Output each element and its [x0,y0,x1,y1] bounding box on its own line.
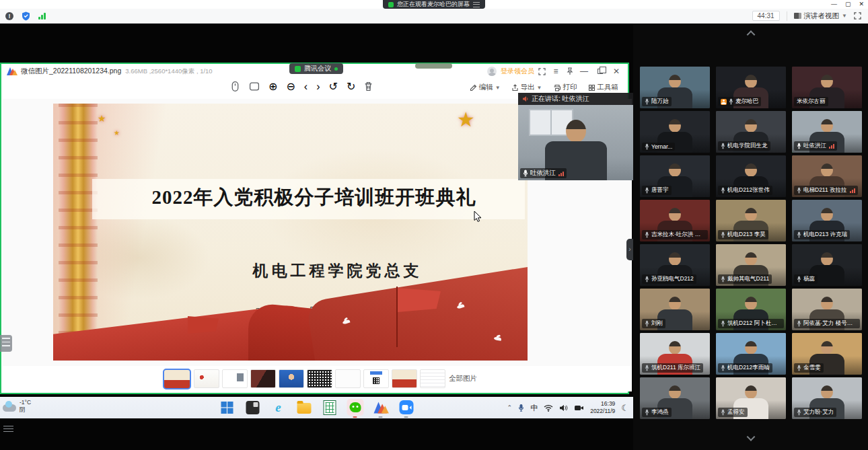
participant-tile[interactable]: 吐依洪江 [792,111,862,153]
participant-tile[interactable]: 机电D213 许克瑞 [792,200,862,241]
speaker-icon[interactable] [559,404,568,412]
night-mode-icon[interactable]: ☾ [621,403,629,413]
all-images-label[interactable]: 全部图片 [449,374,477,383]
weather-cloud-icon [3,404,16,412]
zoom-in-icon[interactable]: ⊕ [268,80,277,93]
participant-tile[interactable]: 吉米拉木·吐尔洪 楼号G2 [640,200,710,241]
viewer-minimize-button[interactable]: — [578,67,590,76]
edit-button[interactable]: 编辑▼ [470,83,501,92]
participant-tile[interactable]: 杨蕊 [792,244,862,286]
wechat-icon[interactable] [347,399,363,416]
previous-image-icon[interactable]: ‹ [304,81,308,93]
clock-date: 2022/11/9 [590,408,615,414]
tencent-meeting-taskbar-icon[interactable] [398,399,414,416]
participant-tile[interactable]: 唐晋宇 [640,155,710,197]
taskbar-clock[interactable]: 16:39 2022/11/9 [590,400,615,414]
tray-chevron-up-icon[interactable]: ⌃ [507,404,513,411]
viewer-restore-button[interactable] [598,69,603,74]
meeting-info-icon[interactable]: ! [5,12,13,20]
participant-tile[interactable]: 机电D212张世伟 [716,155,786,197]
slide-title: 2022年入党积极分子培训班开班典礼 [100,184,528,211]
widgets-app-icon[interactable] [244,399,261,416]
toolbox-button[interactable]: 工具箱 [588,83,619,92]
drag-hand-icon[interactable] [230,81,240,93]
internet-explorer-icon[interactable]: e [270,399,287,416]
wps-photos-taskbar-icon[interactable] [372,399,389,416]
image-thumbnail[interactable] [163,369,191,389]
expand-icon[interactable] [538,68,546,75]
weather-widget[interactable]: -1°C 阴 [3,399,31,413]
participant-tile[interactable]: 麦尔哈巴 [716,67,786,108]
status-pill [415,63,452,69]
watching-banner[interactable]: 您正在观看麦尔哈巴的屏幕 [383,0,485,9]
participant-tile[interactable]: 阿依菡·艾力 楼号G211 [792,289,862,330]
participant-tile[interactable]: 李鸿烝 [640,377,710,419]
rotate-right-icon[interactable]: ↻ [347,80,355,93]
delete-icon[interactable] [364,81,373,91]
login-vip-link[interactable]: 登录领会员 [501,67,534,76]
floating-list-handle[interactable] [0,335,12,352]
microphone-icon [797,143,801,149]
image-thumbnail[interactable] [392,369,417,388]
speaker-video: 吐依洪江 [518,105,633,180]
participant-tile[interactable]: 孟得安 [716,377,786,419]
ime-indicator[interactable]: 中 [530,403,538,413]
wifi-icon[interactable] [544,404,553,412]
fit-view-icon[interactable] [249,81,260,91]
fullscreen-icon[interactable] [854,12,861,20]
account-avatar[interactable] [487,67,497,76]
participant-tile[interactable]: 戴帅其电气D211 [716,244,786,286]
image-thumbnail[interactable] [279,369,304,388]
pin-icon[interactable] [566,67,574,75]
participant-tile[interactable]: 电梯D211 孜拉拉 [792,155,862,197]
participant-tile[interactable]: 陆万始 [640,67,710,108]
camera-icon[interactable] [574,404,584,411]
spreadsheet-app-icon[interactable] [321,399,338,416]
participant-tile[interactable]: 米依尔古丽 [792,67,862,108]
scroll-down-chevron-icon[interactable] [746,433,755,441]
participant-tile[interactable]: 机电D212李雨晴 [716,333,786,375]
rotate-left-icon[interactable]: ↺ [328,80,337,93]
image-thumbnail[interactable] [363,369,389,388]
image-thumbnail[interactable] [250,369,276,388]
print-button[interactable]: 打印 [553,83,577,92]
participant-tile[interactable]: 金雪雯 [792,333,862,375]
participant-name-label: 刘刚 [642,319,665,328]
participant-tile[interactable]: 筑机D212 阿卜杜米吉提 [716,289,786,330]
zoom-out-icon[interactable]: ⊖ [286,80,295,93]
export-button[interactable]: 导出▼ [511,83,542,92]
microphone-icon [729,98,733,105]
menu-icon[interactable]: ≡ [550,67,562,76]
participant-tile[interactable]: 机电D213 李昊 [716,200,786,241]
image-thumbnail[interactable] [194,369,219,388]
participant-tile[interactable]: Yernar... [640,111,710,153]
image-thumbnail[interactable] [420,369,445,388]
image-thumbnail[interactable] [307,369,332,388]
layout-icon[interactable] [473,2,480,7]
minimize-button[interactable]: — [831,1,837,7]
active-speaker-overlay[interactable]: 正在讲话: 吐依洪江 吐依洪江 [518,93,633,180]
image-thumbnail[interactable] [222,369,248,388]
viewer-close-button[interactable]: ✕ [610,67,622,76]
participant-tile[interactable]: 筑机D211 库尔班江 [640,333,710,375]
tray-microphone-icon[interactable] [518,404,524,412]
image-thumbnail[interactable] [335,369,361,388]
close-button[interactable]: ✕ [859,1,864,7]
file-explorer-icon[interactable] [295,399,312,416]
view-mode-switcher[interactable]: 演讲者视图 ▼ [794,11,847,21]
security-shield-icon[interactable] [22,11,30,21]
participant-tile[interactable]: 刘刚 [640,289,710,330]
next-image-icon[interactable]: › [316,81,320,93]
participant-tile[interactable]: 机电学院田生龙 [716,111,786,153]
microphone-icon [523,170,528,177]
participant-tile[interactable]: 孙亚鸥电气D212 [640,244,710,286]
start-button[interactable] [219,399,236,416]
microphone-icon [645,187,649,194]
bottom-left-menu-icon[interactable] [3,424,13,432]
tencent-meeting-badge[interactable]: 腾讯会议 [289,63,343,74]
participant-tile[interactable]: 艾力盼·艾力 [792,377,862,419]
scroll-up-chevron-icon[interactable] [746,30,755,39]
sidebar-collapse-handle[interactable]: › [626,239,633,260]
participant-name-label: 李鸿烝 [642,408,672,417]
maximize-button[interactable]: ▢ [845,1,851,7]
